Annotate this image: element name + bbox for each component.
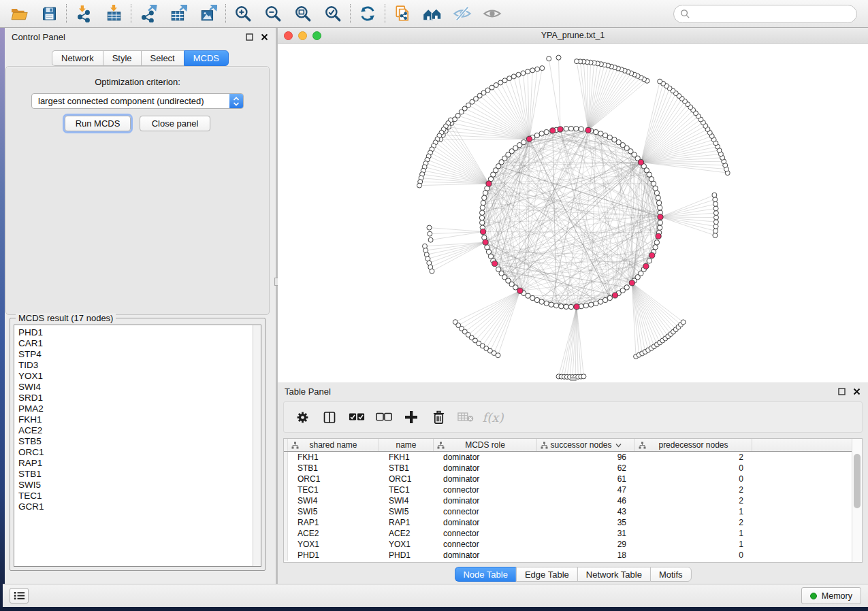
cell-predecessor-nodes[interactable]: 1 bbox=[635, 539, 752, 550]
tab-network[interactable]: Network bbox=[52, 50, 103, 66]
cell-MCDS-role[interactable]: dominator bbox=[434, 550, 537, 561]
cell-successor-nodes[interactable]: 62 bbox=[537, 463, 635, 474]
window-close-button[interactable] bbox=[284, 31, 293, 40]
cell-predecessor-nodes[interactable]: 2 bbox=[635, 484, 752, 495]
cell-shared-name[interactable]: RAP1 bbox=[288, 517, 379, 528]
cell-predecessor-nodes[interactable]: 2 bbox=[635, 495, 752, 506]
add-column-button[interactable] bbox=[401, 406, 421, 428]
cell-MCDS-role[interactable]: connector bbox=[434, 539, 537, 550]
table-row[interactable]: ACE2ACE2connector311 bbox=[284, 528, 862, 539]
cell-MCDS-role[interactable]: dominator bbox=[434, 474, 537, 484]
mcds-result-item[interactable]: YOX1 bbox=[18, 371, 261, 382]
hide-selected-button[interactable] bbox=[447, 2, 477, 25]
network-canvas[interactable] bbox=[278, 44, 868, 382]
cell-shared-name[interactable]: TEC1 bbox=[288, 484, 379, 495]
export-network-button[interactable] bbox=[133, 2, 163, 25]
cell-successor-nodes[interactable]: 46 bbox=[537, 495, 635, 506]
table-row[interactable]: YOX1YOX1connector291 bbox=[284, 539, 862, 550]
cell-name[interactable]: YOX1 bbox=[379, 539, 434, 550]
cell-MCDS-role[interactable]: dominator bbox=[434, 463, 537, 474]
column-header-shared-name[interactable]: shared name bbox=[288, 439, 379, 451]
zoom-in-button[interactable] bbox=[228, 2, 258, 25]
cell-shared-name[interactable]: SWI5 bbox=[288, 506, 379, 517]
cell-shared-name[interactable]: SWI4 bbox=[288, 495, 379, 506]
cell-predecessor-nodes[interactable]: 2 bbox=[635, 517, 752, 528]
table-row[interactable]: ORC1ORC1dominator610 bbox=[284, 474, 862, 484]
mcds-result-item[interactable]: ORC1 bbox=[18, 447, 261, 458]
table-row[interactable]: SWI5SWI5connector431 bbox=[284, 506, 862, 517]
cell-predecessor-nodes[interactable]: 0 bbox=[635, 550, 752, 561]
close-panel-action-button[interactable]: Close panel bbox=[140, 116, 210, 131]
optimization-criterion-select[interactable]: largest connected component (undirected) bbox=[31, 93, 244, 109]
zoom-selected-button[interactable] bbox=[318, 2, 348, 25]
mcds-result-item[interactable]: GCR1 bbox=[18, 501, 261, 512]
network-graph[interactable] bbox=[278, 44, 868, 382]
float-panel-button[interactable] bbox=[244, 32, 254, 42]
mcds-result-item[interactable]: CAR1 bbox=[18, 338, 261, 349]
first-neighbors-button[interactable] bbox=[417, 2, 447, 25]
cell-successor-nodes[interactable]: 31 bbox=[537, 528, 635, 539]
table-row[interactable]: STB1STB1dominator620 bbox=[284, 463, 862, 474]
export-image-button[interactable] bbox=[193, 2, 223, 25]
cell-predecessor-nodes[interactable]: 0 bbox=[635, 474, 752, 484]
open-button[interactable] bbox=[4, 2, 34, 25]
result-scrollbar[interactable] bbox=[253, 325, 261, 566]
cell-shared-name[interactable]: ORC1 bbox=[288, 474, 379, 484]
cell-name[interactable]: ACE2 bbox=[379, 528, 434, 539]
cell-name[interactable]: STB1 bbox=[379, 463, 434, 474]
window-zoom-button[interactable] bbox=[312, 31, 321, 40]
table-settings-button[interactable] bbox=[292, 406, 312, 428]
cell-name[interactable]: PHD1 bbox=[379, 550, 434, 561]
column-header-predecessor-nodes[interactable]: predecessor nodes bbox=[635, 439, 752, 451]
tab-edge-table[interactable]: Edge Table bbox=[516, 567, 577, 582]
cell-successor-nodes[interactable]: 47 bbox=[537, 484, 635, 495]
cell-predecessor-nodes[interactable]: 1 bbox=[635, 506, 752, 517]
mcds-result-item[interactable]: ACE2 bbox=[18, 425, 261, 436]
cell-successor-nodes[interactable]: 29 bbox=[537, 539, 635, 550]
table-row[interactable]: SWI4SWI4dominator462 bbox=[284, 495, 862, 506]
cell-successor-nodes[interactable]: 18 bbox=[537, 550, 635, 561]
cell-name[interactable]: SWI4 bbox=[379, 495, 434, 506]
cell-shared-name[interactable]: STB1 bbox=[288, 463, 379, 474]
table-row[interactable]: FKH1FKH1dominator962 bbox=[284, 452, 862, 463]
tab-style[interactable]: Style bbox=[103, 50, 141, 66]
deselect-all-button[interactable] bbox=[374, 406, 394, 428]
memory-button[interactable]: Memory bbox=[801, 587, 861, 604]
cell-MCDS-role[interactable]: dominator bbox=[434, 452, 537, 463]
table-scrollbar[interactable] bbox=[852, 439, 862, 562]
search-input[interactable] bbox=[694, 9, 850, 19]
table-row[interactable]: RAP1RAP1dominator352 bbox=[284, 517, 862, 528]
refresh-button[interactable] bbox=[353, 2, 383, 25]
mcds-result-item[interactable]: SWI5 bbox=[18, 480, 261, 491]
cell-MCDS-role[interactable]: dominator bbox=[434, 517, 537, 528]
cell-successor-nodes[interactable]: 35 bbox=[537, 517, 635, 528]
export-table-button[interactable] bbox=[163, 2, 193, 25]
mcds-result-item[interactable]: PHD1 bbox=[18, 327, 261, 338]
cell-shared-name[interactable]: ACE2 bbox=[288, 528, 379, 539]
cell-predecessor-nodes[interactable]: 2 bbox=[635, 452, 752, 463]
cell-predecessor-nodes[interactable]: 0 bbox=[635, 463, 752, 474]
delete-column-button[interactable] bbox=[428, 406, 449, 428]
mcds-result-item[interactable]: STB5 bbox=[18, 436, 261, 447]
cell-predecessor-nodes[interactable]: 1 bbox=[635, 528, 752, 539]
cell-MCDS-role[interactable]: connector bbox=[434, 484, 537, 495]
close-table-panel-button[interactable] bbox=[852, 386, 861, 396]
float-table-panel-button[interactable] bbox=[837, 386, 846, 396]
table-row[interactable]: TEC1TEC1connector472 bbox=[284, 484, 862, 495]
cell-shared-name[interactable]: FKH1 bbox=[288, 452, 379, 463]
table-scrollbar-thumb[interactable] bbox=[854, 454, 861, 508]
horizontal-splitter-grip[interactable] bbox=[570, 377, 576, 381]
mcds-result-item[interactable]: SWI4 bbox=[18, 382, 261, 393]
select-all-button[interactable] bbox=[347, 406, 367, 428]
cell-successor-nodes[interactable]: 61 bbox=[537, 474, 635, 484]
save-button[interactable] bbox=[34, 2, 64, 25]
cell-shared-name[interactable]: PHD1 bbox=[288, 550, 379, 561]
tab-network-table[interactable]: Network Table bbox=[577, 567, 650, 582]
import-network-button[interactable] bbox=[69, 2, 99, 25]
split-columns-button[interactable] bbox=[319, 406, 340, 428]
mcds-result-item[interactable]: RAP1 bbox=[18, 458, 261, 469]
mcds-result-item[interactable]: FKH1 bbox=[18, 414, 261, 425]
zoom-fit-button[interactable] bbox=[288, 2, 318, 25]
mcds-result-item[interactable]: TEC1 bbox=[18, 491, 261, 501]
cell-name[interactable]: RAP1 bbox=[379, 517, 434, 528]
